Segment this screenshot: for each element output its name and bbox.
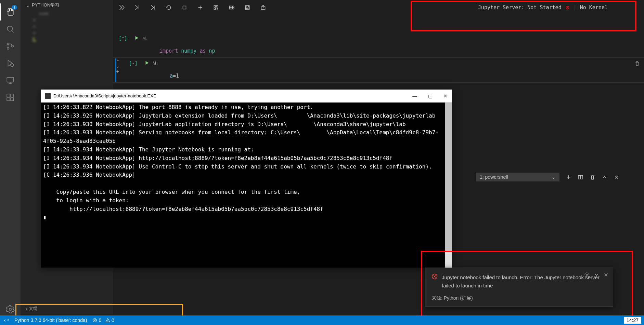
sidebar-outline-header[interactable]: › 大纲 xyxy=(21,303,113,314)
move-up-icon[interactable]: ⌃ xyxy=(116,59,119,64)
explorer-icon[interactable]: 1 xyxy=(0,3,21,21)
notebook-cell[interactable]: [-] M↓ xyxy=(123,58,644,70)
add-cell-icon[interactable] xyxy=(197,4,203,11)
scrollbar-thumb[interactable] xyxy=(445,103,452,251)
file-icon: ≡ xyxy=(31,30,37,36)
python-file-icon: 🐍 xyxy=(31,37,37,42)
svg-point-1 xyxy=(7,43,9,45)
run-above-icon[interactable] xyxy=(134,4,140,11)
close-icon[interactable]: ✕ xyxy=(443,93,448,99)
svg-point-2 xyxy=(7,48,9,49)
toast-message: Jupyter notebook failed to launch. Error… xyxy=(442,273,607,290)
kill-terminal-icon[interactable] xyxy=(590,174,595,180)
svg-rect-9 xyxy=(11,98,14,101)
console-title: D:\Users\ \Anaconda3\Scripts\jupyter-not… xyxy=(53,93,156,98)
cell-code-row[interactable]: import numpy as np xyxy=(113,45,644,57)
disconnected-icon: ⦻ xyxy=(565,4,570,11)
restart-kernel-icon[interactable] xyxy=(166,4,172,11)
error-icon xyxy=(432,273,438,281)
chevron-down-icon: ⌄ xyxy=(26,3,30,8)
sidebar-item[interactable]: ≡ xyxy=(21,30,113,36)
svg-point-4 xyxy=(11,64,14,67)
close-panel-icon[interactable] xyxy=(614,174,619,180)
cell-code-row[interactable]: a=1 xyxy=(123,70,644,82)
svg-point-3 xyxy=(12,45,13,47)
chevron-right-icon: › xyxy=(26,306,27,311)
svg-point-0 xyxy=(7,26,12,31)
console-window[interactable]: D:\Users\ \Anaconda3\Scripts\jupyter-not… xyxy=(41,90,452,268)
delete-cell-icon[interactable] xyxy=(634,60,640,68)
toast-close-icon[interactable] xyxy=(603,272,609,279)
clear-output-icon[interactable] xyxy=(213,4,219,11)
console-body[interactable]: [I 14:26:33.822 NotebookApp] The port 88… xyxy=(41,103,452,268)
svg-rect-7 xyxy=(11,94,14,97)
terminal-selector[interactable]: 1: powershell ⌄ xyxy=(476,173,559,181)
interrupt-icon[interactable] xyxy=(181,4,188,11)
remote-icon[interactable] xyxy=(0,72,21,89)
export-icon[interactable] xyxy=(260,4,266,11)
cell-reorder-controls[interactable]: ⌃⌄+ xyxy=(113,58,123,75)
svg-rect-6 xyxy=(7,94,10,97)
sidebar-item[interactable]: ≡ xyxy=(21,17,113,23)
outline-label: 大纲 xyxy=(29,306,38,311)
sidebar-item[interactable]: ≡ xyxy=(21,23,113,30)
remote-indicator[interactable] xyxy=(4,318,9,323)
svg-rect-11 xyxy=(183,6,186,9)
notebook-toolbar: Jupyter Server: Not Started ⦻ | No Kerne… xyxy=(113,0,644,15)
svg-rect-8 xyxy=(7,98,10,101)
extensions-icon[interactable] xyxy=(0,89,21,106)
add-icon[interactable]: + xyxy=(116,69,119,75)
toast-settings-icon[interactable] xyxy=(584,272,590,279)
sidebar-item[interactable]: 🐍 xyxy=(21,36,113,43)
sidebar-section-header[interactable]: ⌄ PYTHON学习 xyxy=(21,0,113,10)
svg-rect-12 xyxy=(214,5,216,7)
sidebar-header-label: PYTHON学习 xyxy=(32,2,59,8)
console-output: [I 14:26:33.822 NotebookApp] The port 88… xyxy=(43,103,450,222)
jupyter-status[interactable]: Jupyter Server: Not Started ⦻ | No Kerne… xyxy=(478,4,644,11)
split-terminal-icon[interactable] xyxy=(578,174,583,180)
file-icon: ≡ xyxy=(31,17,37,23)
svg-point-10 xyxy=(9,308,12,311)
markdown-indicator[interactable]: M↓ xyxy=(142,35,156,41)
search-icon[interactable] xyxy=(0,21,21,38)
svg-rect-5 xyxy=(7,77,14,82)
run-all-icon[interactable] xyxy=(118,4,125,11)
system-clock: 14:27 xyxy=(624,317,641,324)
new-terminal-icon[interactable] xyxy=(566,174,571,180)
console-titlebar[interactable]: D:\Users\ \Anaconda3\Scripts\jupyter-not… xyxy=(41,90,452,103)
notebook-cell[interactable]: [*] M↓ xyxy=(113,33,644,45)
python-interpreter-status[interactable]: Python 3.7.0 64-bit ('base': conda) xyxy=(14,317,87,323)
cell-execution-label: [-] xyxy=(127,60,141,66)
toast-source: 来源: Python (扩展) xyxy=(432,295,607,301)
run-below-icon[interactable] xyxy=(150,4,156,11)
sidebar-item[interactable]: code xyxy=(21,10,113,17)
minimize-icon[interactable]: — xyxy=(412,93,417,99)
variables-icon[interactable] xyxy=(229,4,235,11)
save-icon[interactable] xyxy=(244,4,250,11)
toast-chevron-icon[interactable] xyxy=(594,272,599,279)
run-cell-button[interactable] xyxy=(131,35,142,40)
markdown-indicator[interactable]: M↓ xyxy=(153,60,166,66)
activity-bar: 1 xyxy=(0,0,21,321)
active-cell-indicator xyxy=(115,58,116,82)
notification-toast: Jupyter notebook failed to launch. Error… xyxy=(425,268,613,307)
status-bar: Python 3.7.0 64-bit ('base': conda) 0 0 xyxy=(0,315,644,325)
run-cell-button[interactable] xyxy=(141,60,153,65)
app-icon xyxy=(45,93,51,99)
file-icon: ≡ xyxy=(31,24,37,29)
cell-code[interactable]: a=1 xyxy=(166,71,640,80)
cell-code[interactable]: import numpy as np xyxy=(156,46,640,55)
move-down-icon[interactable]: ⌄ xyxy=(116,64,119,69)
maximize-icon[interactable]: ▢ xyxy=(428,93,433,99)
run-debug-icon[interactable] xyxy=(0,55,21,72)
maximize-panel-icon[interactable] xyxy=(602,174,607,180)
svg-rect-13 xyxy=(216,5,218,7)
explorer-badge: 1 xyxy=(12,5,17,10)
cell-execution-label: [*] xyxy=(117,35,131,41)
problems-status[interactable]: 0 0 xyxy=(92,317,114,323)
source-control-icon[interactable] xyxy=(0,38,21,55)
server-status-text: Jupyter Server: Not Started xyxy=(478,4,562,11)
kernel-status-text: No Kernel xyxy=(580,4,608,11)
svg-point-19 xyxy=(586,274,588,275)
terminal-panel-header: 1: powershell ⌄ xyxy=(471,171,644,183)
